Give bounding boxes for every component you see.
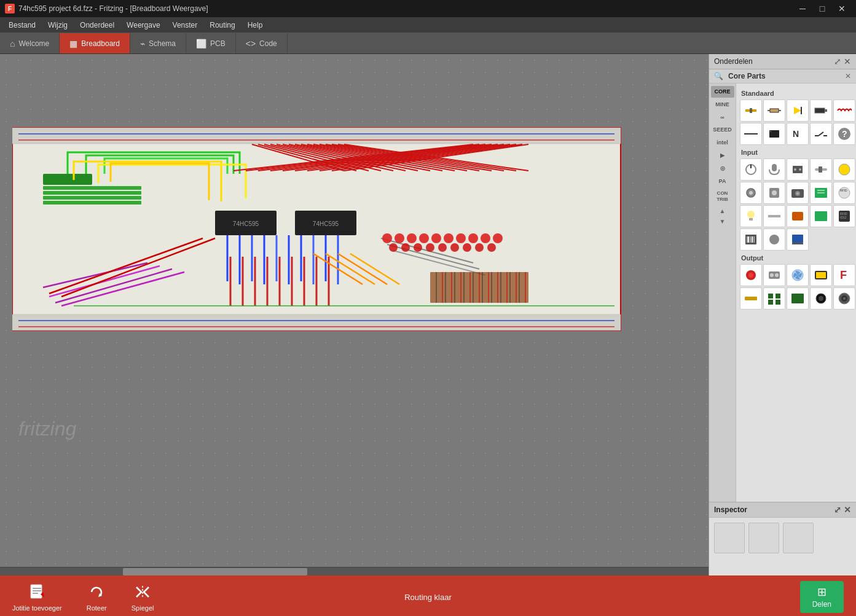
part-relay[interactable] bbox=[763, 264, 785, 286]
svg-rect-125 bbox=[825, 109, 827, 112]
tab-schema[interactable]: ⌁ Schema bbox=[130, 33, 186, 53]
part-resistor[interactable] bbox=[763, 99, 785, 122]
tab-code[interactable]: <> Code bbox=[236, 33, 288, 53]
status-center: Routing klaar bbox=[404, 593, 452, 602]
tab-welcome[interactable]: ⌂ Welcome bbox=[0, 33, 60, 53]
svg-point-78 bbox=[456, 233, 466, 243]
part-gear[interactable] bbox=[740, 182, 762, 204]
part-capacitor[interactable] bbox=[740, 99, 762, 122]
part-7seg[interactable]: F bbox=[833, 264, 855, 286]
part-red-led[interactable] bbox=[740, 264, 762, 286]
svg-line-132 bbox=[819, 132, 823, 136]
cat-scroll-down[interactable]: ▼ bbox=[711, 217, 734, 226]
svg-text:74HC595: 74HC595 bbox=[233, 220, 259, 227]
inspector-close-icon[interactable]: ✕ bbox=[844, 505, 851, 515]
part-potentiometer[interactable] bbox=[740, 158, 762, 181]
part-speaker[interactable] bbox=[833, 287, 855, 310]
parts-grid-area[interactable]: Standaard bbox=[736, 84, 856, 502]
main-layout: // Inline SVG content - rendered as stat… bbox=[0, 54, 856, 575]
part-led[interactable] bbox=[787, 99, 809, 122]
cat-tab-seeed[interactable]: SEEED bbox=[711, 124, 734, 136]
canvas-area[interactable]: // Inline SVG content - rendered as stat… bbox=[0, 54, 709, 575]
cat-tab-contrib[interactable]: CONTRIB bbox=[711, 188, 734, 205]
standard-section-label: Standaard bbox=[740, 90, 852, 97]
horizontal-scrollbar[interactable] bbox=[0, 567, 709, 575]
jotitie-button[interactable]: Jotitie toevoeger bbox=[12, 582, 62, 612]
parts-expand-icon[interactable]: ⤢ bbox=[834, 57, 841, 66]
tab-breadboard[interactable]: ▦ Breadboard bbox=[60, 33, 130, 53]
menu-routing[interactable]: Routing bbox=[203, 19, 241, 31]
close-button[interactable]: ✕ bbox=[833, 2, 851, 15]
part-encoder[interactable] bbox=[833, 158, 855, 181]
part-rfid2[interactable]: RFIDID12 bbox=[833, 205, 855, 227]
svg-point-87 bbox=[450, 243, 459, 252]
part-sensor2[interactable] bbox=[763, 182, 785, 204]
part-board[interactable] bbox=[810, 205, 832, 227]
part-npn[interactable]: N bbox=[787, 123, 809, 145]
menu-onderdeel[interactable]: Onderdeel bbox=[74, 19, 120, 31]
menu-weergave[interactable]: Weergave bbox=[120, 19, 166, 31]
part-dot[interactable] bbox=[810, 287, 832, 310]
cat-tab-intel[interactable]: intel bbox=[711, 137, 734, 149]
cat-tab-mine[interactable]: MINE bbox=[711, 99, 734, 111]
svg-rect-159 bbox=[792, 212, 803, 220]
part-bulb[interactable] bbox=[740, 205, 762, 227]
scrollbar-thumb[interactable] bbox=[123, 568, 307, 575]
parts-search-close-icon[interactable]: ✕ bbox=[845, 72, 851, 80]
inspector-expand-icon[interactable]: ⤢ bbox=[834, 505, 841, 515]
part-bar[interactable] bbox=[763, 205, 785, 227]
menu-venster[interactable]: Venster bbox=[167, 19, 204, 31]
svg-point-85 bbox=[426, 243, 434, 252]
parts-close-icon[interactable]: ✕ bbox=[844, 57, 851, 66]
delen-button[interactable]: ⊞ Delen bbox=[800, 581, 844, 613]
spiegel-button[interactable]: Spiegel bbox=[132, 582, 154, 612]
part-barcode[interactable] bbox=[740, 228, 762, 251]
part-wire[interactable] bbox=[740, 123, 762, 145]
part-led-strip[interactable] bbox=[740, 287, 762, 310]
cat-tab-pa[interactable]: PA bbox=[711, 176, 734, 187]
part-camera2[interactable] bbox=[787, 205, 809, 227]
part-sensor3[interactable] bbox=[763, 228, 785, 251]
cat-scroll-up[interactable]: ▲ bbox=[711, 206, 734, 216]
part-unknown[interactable]: ? bbox=[833, 123, 855, 145]
svg-point-139 bbox=[794, 168, 796, 171]
cat-tab-circle[interactable]: ◎ bbox=[711, 163, 734, 174]
cat-tab-infinity[interactable]: ∞ bbox=[711, 112, 734, 123]
part-rgb[interactable] bbox=[787, 287, 809, 310]
menu-help[interactable]: Help bbox=[241, 19, 269, 31]
part-battery[interactable] bbox=[810, 99, 832, 122]
part-ic[interactable] bbox=[763, 123, 785, 145]
inspector-title: Inspector bbox=[714, 505, 747, 514]
parts-search: 🔍 Core Parts ✕ bbox=[709, 69, 856, 84]
cat-tab-arrow[interactable]: ▶ bbox=[711, 150, 734, 162]
part-pcb-input[interactable] bbox=[810, 182, 832, 204]
breadboard-svg: // Inline SVG content - rendered as stat… bbox=[12, 115, 627, 343]
part-fan[interactable] bbox=[787, 264, 809, 286]
svg-rect-10 bbox=[43, 196, 141, 200]
jotitie-label: Jotitie toevoeger bbox=[12, 604, 62, 612]
app-icon: F bbox=[5, 4, 15, 14]
part-connector[interactable] bbox=[787, 158, 809, 181]
minimize-button[interactable]: ─ bbox=[793, 2, 812, 15]
part-display2[interactable] bbox=[810, 264, 832, 286]
part-mic[interactable] bbox=[763, 158, 785, 181]
output-parts-grid: F bbox=[740, 264, 852, 310]
roteer-button[interactable]: Roteer bbox=[87, 582, 107, 612]
svg-rect-1 bbox=[12, 128, 621, 144]
tab-pcb[interactable]: ⬜ PCB bbox=[186, 33, 236, 53]
cat-tab-core[interactable]: CORE bbox=[711, 86, 734, 98]
menu-wijzig[interactable]: Wijzig bbox=[42, 19, 74, 31]
svg-point-82 bbox=[389, 243, 398, 252]
svg-rect-4 bbox=[12, 314, 621, 330]
part-display[interactable] bbox=[787, 228, 809, 251]
part-switch[interactable] bbox=[810, 123, 832, 145]
part-slider[interactable] bbox=[810, 158, 832, 181]
part-camera[interactable] bbox=[787, 182, 809, 204]
window-controls: ─ □ ✕ bbox=[793, 2, 851, 15]
part-inductor[interactable] bbox=[833, 99, 855, 122]
restore-button[interactable]: □ bbox=[813, 2, 831, 15]
part-rfid[interactable]: RFID bbox=[833, 182, 855, 204]
menu-bestand[interactable]: Bestand bbox=[2, 19, 42, 31]
svg-point-74 bbox=[407, 233, 417, 243]
part-matrix[interactable] bbox=[763, 287, 785, 310]
